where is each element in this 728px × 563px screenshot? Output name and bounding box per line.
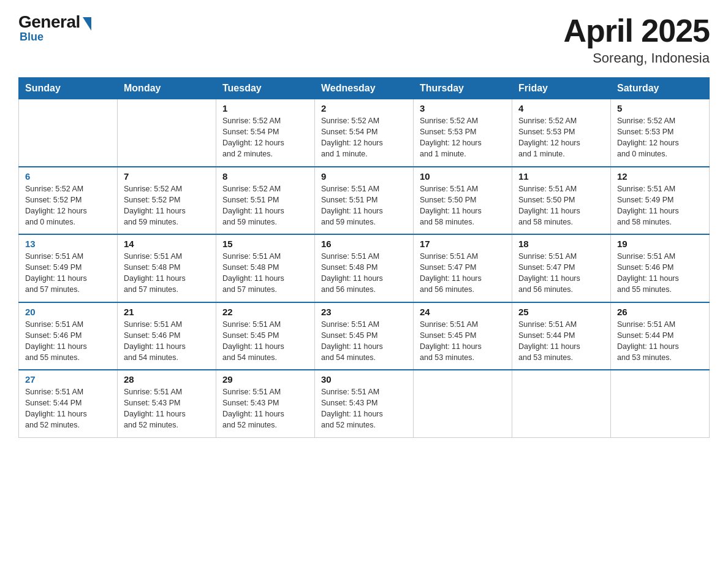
day-info: Sunrise: 5:51 AM Sunset: 5:50 PM Dayligh…	[518, 183, 604, 228]
title-area: April 2025 Soreang, Indonesia	[563, 12, 710, 66]
calendar-day-cell	[118, 99, 216, 167]
calendar-day-cell: 16Sunrise: 5:51 AM Sunset: 5:48 PM Dayli…	[315, 234, 414, 302]
calendar-day-cell: 6Sunrise: 5:52 AM Sunset: 5:52 PM Daylig…	[19, 167, 118, 235]
day-info: Sunrise: 5:51 AM Sunset: 5:48 PM Dayligh…	[124, 251, 210, 296]
calendar-day-cell: 30Sunrise: 5:51 AM Sunset: 5:43 PM Dayli…	[315, 370, 414, 437]
calendar-day-cell: 15Sunrise: 5:51 AM Sunset: 5:48 PM Dayli…	[216, 234, 315, 302]
calendar-day-cell: 29Sunrise: 5:51 AM Sunset: 5:43 PM Dayli…	[216, 370, 315, 437]
calendar-header-row: SundayMondayTuesdayWednesdayThursdayFrid…	[19, 78, 710, 99]
day-number: 9	[321, 171, 407, 182]
day-number: 3	[420, 103, 506, 113]
calendar-day-cell: 18Sunrise: 5:51 AM Sunset: 5:47 PM Dayli…	[512, 234, 611, 302]
calendar-day-cell: 5Sunrise: 5:52 AM Sunset: 5:53 PM Daylig…	[611, 99, 710, 167]
logo-arrow-icon	[83, 17, 91, 31]
day-number: 17	[420, 239, 506, 249]
calendar-day-cell: 3Sunrise: 5:52 AM Sunset: 5:53 PM Daylig…	[414, 99, 512, 167]
day-number: 11	[518, 171, 604, 182]
calendar-week-row: 1Sunrise: 5:52 AM Sunset: 5:54 PM Daylig…	[19, 99, 710, 167]
day-number: 18	[518, 239, 604, 249]
calendar-day-cell	[512, 370, 611, 437]
logo-blue-text: Blue	[20, 31, 44, 44]
calendar-day-cell: 26Sunrise: 5:51 AM Sunset: 5:44 PM Dayli…	[611, 302, 710, 370]
day-number: 14	[124, 239, 210, 249]
day-number: 1	[222, 103, 308, 113]
day-number: 13	[25, 239, 111, 249]
header-friday: Friday	[512, 78, 611, 99]
calendar-day-cell	[611, 370, 710, 437]
day-info: Sunrise: 5:51 AM Sunset: 5:44 PM Dayligh…	[617, 319, 703, 364]
day-number: 22	[222, 307, 308, 317]
day-info: Sunrise: 5:51 AM Sunset: 5:46 PM Dayligh…	[124, 319, 210, 364]
day-number: 7	[124, 171, 210, 182]
calendar-day-cell: 22Sunrise: 5:51 AM Sunset: 5:45 PM Dayli…	[216, 302, 315, 370]
day-number: 4	[518, 103, 604, 113]
calendar-day-cell: 17Sunrise: 5:51 AM Sunset: 5:47 PM Dayli…	[414, 234, 512, 302]
day-info: Sunrise: 5:51 AM Sunset: 5:48 PM Dayligh…	[321, 251, 407, 296]
day-info: Sunrise: 5:52 AM Sunset: 5:52 PM Dayligh…	[124, 183, 210, 228]
day-number: 16	[321, 239, 407, 249]
calendar-day-cell: 4Sunrise: 5:52 AM Sunset: 5:53 PM Daylig…	[512, 99, 611, 167]
day-info: Sunrise: 5:51 AM Sunset: 5:45 PM Dayligh…	[420, 319, 506, 364]
day-number: 8	[222, 171, 308, 182]
day-info: Sunrise: 5:51 AM Sunset: 5:46 PM Dayligh…	[25, 319, 111, 364]
day-info: Sunrise: 5:52 AM Sunset: 5:53 PM Dayligh…	[518, 115, 604, 160]
day-info: Sunrise: 5:51 AM Sunset: 5:45 PM Dayligh…	[321, 319, 407, 364]
header-wednesday: Wednesday	[315, 78, 414, 99]
day-info: Sunrise: 5:51 AM Sunset: 5:51 PM Dayligh…	[321, 183, 407, 228]
day-number: 12	[617, 171, 703, 182]
day-number: 21	[124, 307, 210, 317]
logo-general-text: General	[18, 12, 80, 32]
day-number: 5	[617, 103, 703, 113]
page-header: General Blue April 2025 Soreang, Indones…	[18, 12, 710, 66]
calendar-day-cell: 7Sunrise: 5:52 AM Sunset: 5:52 PM Daylig…	[118, 167, 216, 235]
day-number: 27	[25, 374, 111, 385]
day-number: 2	[321, 103, 407, 113]
day-info: Sunrise: 5:51 AM Sunset: 5:49 PM Dayligh…	[25, 251, 111, 296]
day-info: Sunrise: 5:51 AM Sunset: 5:50 PM Dayligh…	[420, 183, 506, 228]
day-number: 19	[617, 239, 703, 249]
header-tuesday: Tuesday	[216, 78, 315, 99]
calendar-day-cell: 1Sunrise: 5:52 AM Sunset: 5:54 PM Daylig…	[216, 99, 315, 167]
day-number: 10	[420, 171, 506, 182]
day-info: Sunrise: 5:52 AM Sunset: 5:54 PM Dayligh…	[321, 115, 407, 160]
calendar-day-cell: 20Sunrise: 5:51 AM Sunset: 5:46 PM Dayli…	[19, 302, 118, 370]
day-info: Sunrise: 5:52 AM Sunset: 5:52 PM Dayligh…	[25, 183, 111, 228]
day-info: Sunrise: 5:51 AM Sunset: 5:45 PM Dayligh…	[222, 319, 308, 364]
calendar-day-cell: 9Sunrise: 5:51 AM Sunset: 5:51 PM Daylig…	[315, 167, 414, 235]
day-info: Sunrise: 5:52 AM Sunset: 5:51 PM Dayligh…	[222, 183, 308, 228]
day-info: Sunrise: 5:52 AM Sunset: 5:53 PM Dayligh…	[617, 115, 703, 160]
day-info: Sunrise: 5:51 AM Sunset: 5:44 PM Dayligh…	[518, 319, 604, 364]
day-info: Sunrise: 5:51 AM Sunset: 5:46 PM Dayligh…	[617, 251, 703, 296]
calendar-day-cell: 19Sunrise: 5:51 AM Sunset: 5:46 PM Dayli…	[611, 234, 710, 302]
location-title: Soreang, Indonesia	[563, 50, 710, 66]
day-info: Sunrise: 5:51 AM Sunset: 5:44 PM Dayligh…	[25, 386, 111, 431]
day-number: 29	[222, 374, 308, 385]
calendar-day-cell: 10Sunrise: 5:51 AM Sunset: 5:50 PM Dayli…	[414, 167, 512, 235]
day-number: 28	[124, 374, 210, 385]
day-info: Sunrise: 5:51 AM Sunset: 5:49 PM Dayligh…	[617, 183, 703, 228]
day-number: 24	[420, 307, 506, 317]
day-number: 30	[321, 374, 407, 385]
day-number: 25	[518, 307, 604, 317]
calendar-week-row: 6Sunrise: 5:52 AM Sunset: 5:52 PM Daylig…	[19, 167, 710, 235]
calendar-week-row: 20Sunrise: 5:51 AM Sunset: 5:46 PM Dayli…	[19, 302, 710, 370]
header-sunday: Sunday	[19, 78, 118, 99]
day-info: Sunrise: 5:52 AM Sunset: 5:54 PM Dayligh…	[222, 115, 308, 160]
calendar-day-cell: 21Sunrise: 5:51 AM Sunset: 5:46 PM Dayli…	[118, 302, 216, 370]
day-info: Sunrise: 5:51 AM Sunset: 5:43 PM Dayligh…	[321, 386, 407, 431]
calendar-day-cell	[19, 99, 118, 167]
day-info: Sunrise: 5:51 AM Sunset: 5:47 PM Dayligh…	[518, 251, 604, 296]
day-info: Sunrise: 5:51 AM Sunset: 5:43 PM Dayligh…	[124, 386, 210, 431]
day-number: 15	[222, 239, 308, 249]
header-saturday: Saturday	[611, 78, 710, 99]
header-thursday: Thursday	[414, 78, 512, 99]
logo: General Blue	[18, 12, 91, 44]
day-number: 6	[25, 171, 111, 182]
calendar-table: SundayMondayTuesdayWednesdayThursdayFrid…	[18, 77, 710, 438]
day-number: 26	[617, 307, 703, 317]
calendar-day-cell: 2Sunrise: 5:52 AM Sunset: 5:54 PM Daylig…	[315, 99, 414, 167]
calendar-day-cell: 11Sunrise: 5:51 AM Sunset: 5:50 PM Dayli…	[512, 167, 611, 235]
day-number: 20	[25, 307, 111, 317]
day-info: Sunrise: 5:51 AM Sunset: 5:48 PM Dayligh…	[222, 251, 308, 296]
day-info: Sunrise: 5:51 AM Sunset: 5:47 PM Dayligh…	[420, 251, 506, 296]
